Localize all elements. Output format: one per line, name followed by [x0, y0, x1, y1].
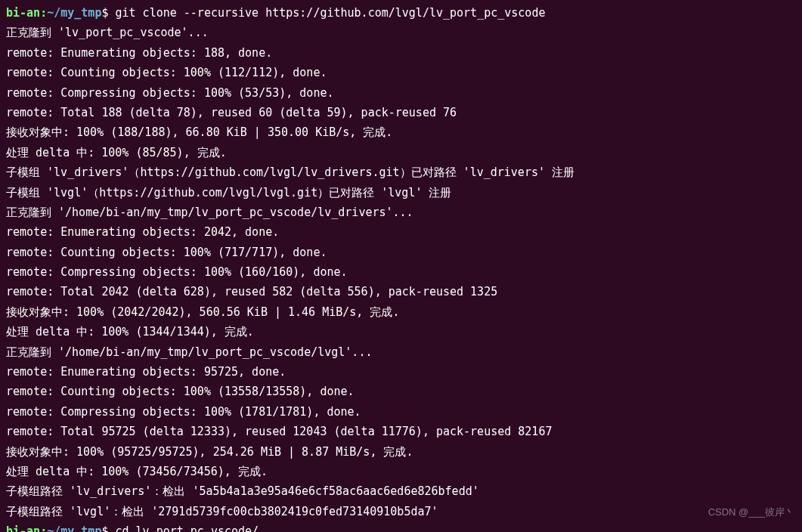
prompt-user: bi-an:	[6, 524, 47, 532]
terminal-output: 正克隆到 'lv_port_pc_vscode'...remote: Enume…	[6, 23, 796, 521]
command-text: git clone --recursive https://github.com…	[116, 6, 546, 20]
watermark: CSDN @___彼岸丶	[708, 504, 794, 521]
output-line: remote: Counting objects: 100% (112/112)…	[6, 63, 796, 82]
terminal[interactable]: bi-an:~/my_tmp$ git clone --recursive ht…	[6, 3, 796, 532]
output-line: 子模组路径 'lv_drivers'：检出 '5a5b4a1a3e95a46e6…	[6, 481, 796, 501]
output-line: remote: Compressing objects: 100% (160/1…	[6, 262, 796, 282]
output-line: 子模组路径 'lvgl'：检出 '2791d5739fc00cb3802419c…	[6, 502, 796, 521]
output-line: 接收对象中: 100% (2042/2042), 560.56 KiB | 1.…	[6, 302, 796, 322]
output-line: 处理 delta 中: 100% (85/85), 完成.	[6, 143, 796, 162]
prompt-user: bi-an:	[6, 6, 47, 20]
output-line: 处理 delta 中: 100% (1344/1344), 完成.	[6, 322, 796, 342]
output-line: 正克隆到 '/home/bi-an/my_tmp/lv_port_pc_vsco…	[6, 203, 796, 222]
prompt-dollar: $	[101, 6, 115, 20]
output-line: 正克隆到 '/home/bi-an/my_tmp/lv_port_pc_vsco…	[6, 342, 796, 362]
output-line: remote: Compressing objects: 100% (1781/…	[6, 402, 796, 422]
output-line: remote: Enumerating objects: 95725, done…	[6, 362, 796, 382]
output-line: remote: Total 95725 (delta 12333), reuse…	[6, 422, 796, 441]
output-line: 子模组 'lv_drivers'（https://github.com/lvgl…	[6, 162, 796, 182]
prompt-line-1: bi-an:~/my_tmp$ git clone --recursive ht…	[6, 3, 796, 23]
prompt-line-2: bi-an:~/my_tmp$ cd lv_port_pc_vscode/	[6, 521, 796, 532]
output-line: remote: Total 2042 (delta 628), reused 5…	[6, 282, 796, 302]
output-line: remote: Counting objects: 100% (13558/13…	[6, 382, 796, 401]
output-line: remote: Counting objects: 100% (717/717)…	[6, 243, 796, 262]
output-line: remote: Enumerating objects: 2042, done.	[6, 222, 796, 242]
output-line: remote: Compressing objects: 100% (53/53…	[6, 83, 796, 103]
output-line: 接收对象中: 100% (188/188), 66.80 KiB | 350.0…	[6, 122, 796, 142]
prompt-dollar: $	[101, 524, 115, 532]
command-text: cd lv_port_pc_vscode/	[116, 524, 259, 532]
output-line: 子模组 'lvgl'（https://github.com/lvgl/lvgl.…	[6, 183, 796, 203]
prompt-path: ~/my_tmp	[47, 6, 101, 20]
output-line: 正克隆到 'lv_port_pc_vscode'...	[6, 23, 796, 42]
output-line: 处理 delta 中: 100% (73456/73456), 完成.	[6, 462, 796, 481]
output-line: 接收对象中: 100% (95725/95725), 254.26 MiB | …	[6, 442, 796, 462]
prompt-path: ~/my_tmp	[47, 524, 101, 532]
output-line: remote: Total 188 (delta 78), reused 60 …	[6, 103, 796, 122]
output-line: remote: Enumerating objects: 188, done.	[6, 43, 796, 63]
